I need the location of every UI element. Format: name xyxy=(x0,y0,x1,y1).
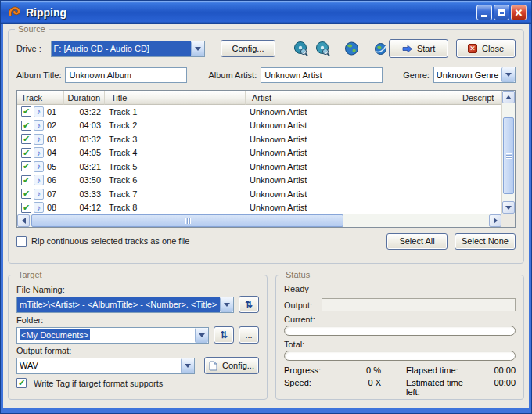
globe-icon[interactable] xyxy=(343,41,360,57)
drive-label: Drive : xyxy=(16,44,51,53)
track-cell: ✔♪02 xyxy=(17,120,64,131)
album-title-label: Album Title: xyxy=(16,70,61,80)
music-note-icon: ♪ xyxy=(34,106,44,117)
output-format-combobox[interactable]: WAV xyxy=(16,358,195,374)
folder-dropdown-button[interactable] xyxy=(195,328,208,343)
output-format-dropdown-button[interactable] xyxy=(181,358,194,373)
column-header-track[interactable]: Track xyxy=(17,91,64,105)
track-rows: ✔♪0103:22Track 1Unknown Artist✔♪0204:03T… xyxy=(17,105,501,214)
track-number: 02 xyxy=(47,121,56,130)
drive-config-button[interactable]: Config... xyxy=(221,40,275,57)
folder-browse-button[interactable]: ... xyxy=(239,326,259,344)
column-header-artist[interactable]: Artist xyxy=(246,91,458,105)
chevron-down-icon xyxy=(224,303,230,307)
close-icon: ✕ xyxy=(515,8,523,18)
scrollbar-corner xyxy=(501,214,515,227)
file-naming-dropdown-button[interactable] xyxy=(220,297,233,312)
track-duration: 04:12 xyxy=(64,203,105,212)
drive-config-label: Config... xyxy=(232,44,264,53)
track-row[interactable]: ✔♪0404:05Track 4Unknown Artist xyxy=(17,146,501,160)
track-row[interactable]: ✔♪0703:33Track 7Unknown Artist xyxy=(17,187,501,201)
track-title: Track 2 xyxy=(105,121,246,130)
track-title: Track 7 xyxy=(105,189,246,199)
track-number: 01 xyxy=(47,107,56,117)
write-tag-checkbox[interactable]: ✔ xyxy=(16,378,27,388)
folder-value: <My Documents> xyxy=(20,329,90,340)
track-row[interactable]: ✔♪0603:50Track 6Unknown Artist xyxy=(17,174,501,188)
track-title: Track 1 xyxy=(105,107,246,117)
chevron-down-icon xyxy=(185,364,191,368)
track-row[interactable]: ✔♪0503:21Track 5Unknown Artist xyxy=(17,160,501,174)
maximize-icon xyxy=(498,9,505,16)
status-group-label: Status xyxy=(282,270,313,279)
horizontal-scrollbar[interactable] xyxy=(17,214,501,227)
music-note-icon: ♪ xyxy=(34,175,44,185)
track-artist: Unknown Artist xyxy=(246,121,458,130)
album-artist-value: Unknown Artist xyxy=(264,70,322,80)
track-duration: 03:21 xyxy=(64,162,105,171)
folder-combobox[interactable]: <My Documents> xyxy=(16,327,209,344)
drive-value: F: [Audio CD - Audio CD] xyxy=(52,41,191,56)
music-note-icon: ♪ xyxy=(34,147,44,158)
music-note-icon: ♪ xyxy=(34,202,44,213)
swap-arrows-icon: ⇅ xyxy=(245,299,253,310)
scroll-left-button[interactable] xyxy=(17,214,30,227)
track-checkbox[interactable]: ✔ xyxy=(21,134,31,144)
vertical-scrollbar[interactable] xyxy=(501,91,515,214)
genre-combobox[interactable]: Unknown Genre xyxy=(433,67,516,83)
track-row[interactable]: ✔♪0804:12Track 8Unknown Artist xyxy=(17,201,501,215)
track-checkbox[interactable]: ✔ xyxy=(21,161,31,171)
file-naming-combobox[interactable]: mTitle>\<Artist> - <AlbumTitle> - <Numbe… xyxy=(16,297,234,313)
track-row[interactable]: ✔♪0204:03Track 2Unknown Artist xyxy=(17,119,501,133)
track-checkbox[interactable]: ✔ xyxy=(21,106,31,117)
select-all-button[interactable]: Select All xyxy=(386,233,448,250)
track-row[interactable]: ✔♪0103:22Track 1Unknown Artist xyxy=(17,105,501,119)
swap-arrows-icon: ⇅ xyxy=(220,329,228,340)
rip-continuous-checkbox[interactable] xyxy=(16,236,27,247)
track-number: 04 xyxy=(47,148,56,157)
select-none-button[interactable]: Select None xyxy=(455,233,516,250)
track-checkbox[interactable]: ✔ xyxy=(21,203,31,213)
window-title: Ripping xyxy=(26,6,476,19)
track-cell: ✔♪06 xyxy=(17,175,64,185)
track-row[interactable]: ✔♪0303:32Track 3Unknown Artist xyxy=(17,132,501,146)
track-checkbox[interactable]: ✔ xyxy=(21,175,31,185)
scroll-down-button[interactable] xyxy=(502,201,515,214)
track-checkbox[interactable]: ✔ xyxy=(21,148,31,158)
cd-lookup-icon[interactable] xyxy=(293,41,309,57)
minimize-icon xyxy=(481,15,487,17)
column-header-title[interactable]: Title xyxy=(105,91,246,105)
track-cell: ✔♪04 xyxy=(17,147,64,158)
column-header-description[interactable]: Descript xyxy=(458,91,501,105)
file-naming-refresh-button[interactable]: ⇅ xyxy=(239,296,259,313)
start-button[interactable]: Start xyxy=(389,39,448,58)
genre-dropdown-button[interactable] xyxy=(501,67,515,82)
format-config-button[interactable]: Config... xyxy=(204,357,259,374)
cd-lookup-alt-icon[interactable] xyxy=(315,41,331,57)
scroll-right-button[interactable] xyxy=(489,214,501,227)
album-artist-input[interactable]: Unknown Artist xyxy=(261,67,383,83)
file-naming-label: File Naming: xyxy=(16,285,259,294)
scroll-up-button[interactable] xyxy=(502,91,515,103)
album-title-input[interactable]: Unknown Album xyxy=(65,67,187,83)
titlebar[interactable]: Ripping ✕ xyxy=(1,1,531,24)
source-group: Source Drive : F: [Audio CD - Audio CD] … xyxy=(8,29,524,264)
progress-label: Progress: xyxy=(284,365,340,375)
horizontal-scroll-thumb[interactable] xyxy=(31,214,343,227)
drive-combobox[interactable]: F: [Audio CD - Audio CD] xyxy=(51,41,205,57)
close-button[interactable]: ✕ Close xyxy=(456,39,516,58)
drive-dropdown-button[interactable] xyxy=(191,41,204,56)
track-artist: Unknown Artist xyxy=(246,148,458,157)
track-checkbox[interactable]: ✔ xyxy=(21,121,31,131)
close-window-button[interactable]: ✕ xyxy=(511,5,527,20)
track-checkbox[interactable]: ✔ xyxy=(21,189,31,199)
vertical-scroll-thumb[interactable] xyxy=(503,117,514,194)
folder-refresh-button[interactable]: ⇅ xyxy=(214,326,234,344)
music-note-icon: ♪ xyxy=(34,134,44,145)
minimize-button[interactable] xyxy=(476,5,492,20)
track-duration: 04:03 xyxy=(64,121,105,130)
globe-submit-icon[interactable] xyxy=(372,41,389,57)
maximize-button[interactable] xyxy=(494,5,509,20)
write-tag-label: Write Tag if target format supports xyxy=(34,379,163,388)
column-header-duration[interactable]: Duration xyxy=(64,91,105,105)
